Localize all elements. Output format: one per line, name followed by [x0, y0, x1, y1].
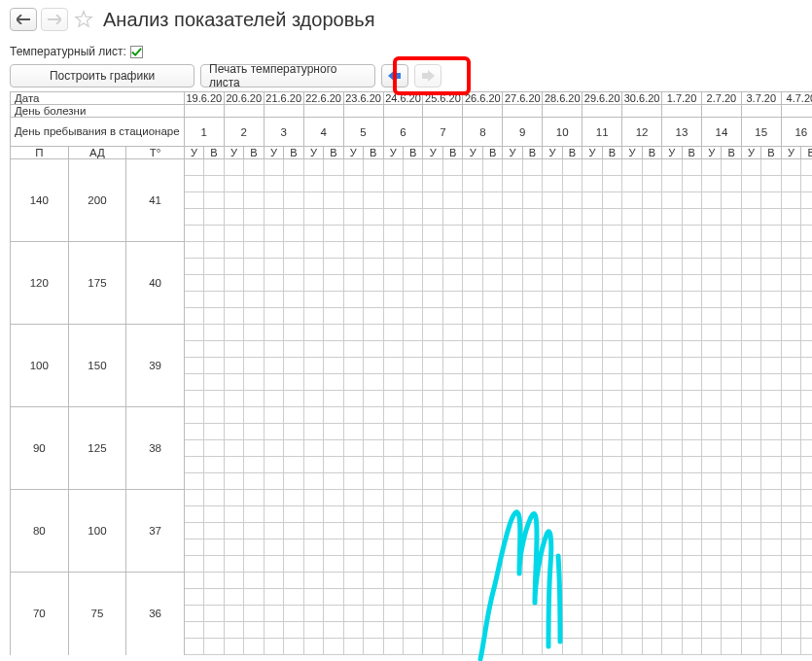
chart-grid-cell [482, 176, 502, 192]
chart-grid-cell [204, 424, 224, 440]
chart-grid-cell [244, 226, 264, 242]
temp-sheet-checkbox[interactable] [130, 46, 143, 58]
chart-grid-cell [224, 341, 243, 358]
chart-grid-cell [662, 358, 682, 374]
chart-grid-cell [503, 440, 522, 457]
chart-grid-cell [622, 440, 642, 457]
chart-grid-cell [463, 176, 482, 192]
chart-grid-cell [324, 440, 343, 457]
chart-grid-cell [343, 242, 363, 259]
chart-grid-cell [662, 639, 682, 655]
chart-grid-cell [583, 226, 602, 242]
chart-grid-cell [682, 490, 701, 506]
chart-grid-cell [343, 506, 363, 523]
chart-grid-cell [244, 506, 264, 523]
chart-grid-cell [482, 325, 502, 341]
chart-grid-cell [562, 391, 582, 407]
chart-grid-cell [741, 523, 760, 539]
chart-grid-cell [463, 407, 482, 424]
chart-grid-cell [622, 573, 642, 589]
temp-sheet-label-text: Температурный лист: [10, 45, 126, 58]
chart-grid-cell [522, 473, 542, 490]
chart-grid-cell [224, 159, 243, 176]
chart-grid-cell [543, 259, 562, 275]
chart-grid-cell [463, 573, 482, 589]
back-button[interactable] [10, 8, 37, 31]
favorite-star-icon[interactable] [72, 8, 95, 31]
chart-grid-cell [264, 490, 283, 506]
chart-grid-cell [642, 407, 661, 424]
date-cell: 2.7.20 [701, 92, 741, 105]
chart-grid-cell [482, 308, 502, 325]
chart-grid-cell [781, 192, 800, 209]
chart-grid-cell [761, 556, 781, 573]
chart-grid-cell [562, 325, 582, 341]
chart-grid-cell [284, 209, 303, 226]
chart-grid-cell [682, 639, 701, 655]
date-cell: 23.6.20 [343, 92, 383, 105]
chart-grid-cell [741, 292, 760, 308]
chart-grid-cell [722, 159, 741, 176]
chart-grid-cell [343, 159, 363, 176]
chart-grid-cell [303, 308, 323, 325]
chart-grid-cell [364, 639, 383, 655]
prev-period-button[interactable] [381, 64, 408, 87]
chart-grid-cell [761, 358, 781, 374]
chart-grid-cell [482, 407, 502, 424]
chart-grid-cell [224, 539, 243, 556]
chart-grid-cell [482, 523, 502, 539]
chart-grid-cell [503, 556, 522, 573]
chart-grid-cell [781, 275, 800, 292]
chart-grid-cell [343, 407, 363, 424]
chart-grid-cell [224, 506, 243, 523]
chart-grid-cell [503, 473, 522, 490]
chart-grid-cell [583, 176, 602, 192]
chart-grid-cell [522, 209, 542, 226]
chart-grid-cell [303, 259, 323, 275]
chart-grid-cell [423, 209, 442, 226]
chart-grid-cell [482, 242, 502, 259]
chart-grid-cell [583, 159, 602, 176]
chart-grid-cell [761, 292, 781, 308]
chart-grid-cell [522, 242, 542, 259]
chart-grid-cell [383, 159, 403, 176]
chart-grid-cell [224, 556, 243, 573]
chart-grid-cell [761, 457, 781, 473]
chart-grid-cell [722, 176, 741, 192]
chart-grid-cell [463, 506, 482, 523]
forward-button[interactable] [41, 8, 68, 31]
chart-grid-cell [722, 556, 741, 573]
chart-grid-cell [662, 292, 682, 308]
chart-grid-cell [184, 176, 203, 192]
chart-grid-cell [244, 606, 264, 622]
chart-grid-cell [184, 440, 203, 457]
chart-grid-cell [761, 506, 781, 523]
chart-grid-cell [583, 391, 602, 407]
chart-grid-cell [364, 473, 383, 490]
print-temp-sheet-button[interactable]: Печать температурного листа [200, 64, 375, 87]
chart-grid-cell [284, 374, 303, 391]
chart-grid-cell [722, 606, 741, 622]
stay-day-cell: 6 [383, 118, 423, 147]
build-charts-button[interactable]: Построить графики [10, 64, 194, 87]
chart-grid-cell [781, 242, 800, 259]
next-period-button[interactable] [414, 64, 441, 87]
chart-grid-cell [642, 292, 661, 308]
chart-grid-cell [543, 308, 562, 325]
chart-grid-cell [303, 374, 323, 391]
chart-grid-cell [264, 242, 283, 259]
chart-grid-cell [522, 440, 542, 457]
chart-grid-cell [622, 374, 642, 391]
chart-grid-cell [264, 159, 283, 176]
chart-grid-cell [244, 391, 264, 407]
chart-grid-cell [622, 490, 642, 506]
chart-grid-cell [682, 457, 701, 473]
chart-grid-cell [761, 424, 781, 440]
chart-grid-cell [701, 176, 721, 192]
chart-grid-cell [343, 473, 363, 490]
chart-grid-cell [781, 391, 800, 407]
chart-grid-cell [204, 556, 224, 573]
chart-grid-cell [503, 226, 522, 242]
chart-grid-cell [701, 275, 721, 292]
chart-grid-cell [642, 539, 661, 556]
